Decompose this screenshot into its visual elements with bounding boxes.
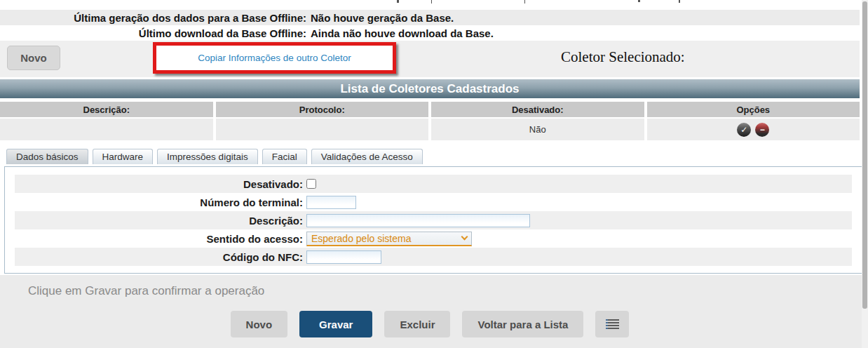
text-fragment xyxy=(638,0,640,2)
column-header-desativado: Desativado: xyxy=(431,102,644,117)
numero-terminal-label: Número do terminal: xyxy=(5,196,303,208)
clipped-text-fragments xyxy=(0,0,868,4)
gravar-button[interactable]: Gravar xyxy=(299,311,372,337)
desativado-checkbox[interactable] xyxy=(306,179,316,189)
form-row-desativado: Desativado: xyxy=(5,175,862,193)
save-hint-text: Clique em Gravar para confirmar a operaç… xyxy=(0,275,868,298)
novo-button[interactable]: Novo xyxy=(231,311,288,337)
numero-terminal-input[interactable] xyxy=(306,196,356,209)
download-value: Ainda não houve download da Base. xyxy=(311,27,494,39)
form-row-numero-terminal: Número do terminal: xyxy=(5,193,862,211)
red-highlight-annotation: Copiar Informações de outro Coletor xyxy=(153,42,396,74)
remove-icon[interactable]: − xyxy=(755,123,769,137)
sentido-acesso-select[interactable]: Esperado pelo sistema xyxy=(306,232,472,246)
row-options: ✓ − xyxy=(737,123,769,137)
novo-button-top[interactable]: Novo xyxy=(7,46,60,70)
descricao-input[interactable] xyxy=(306,214,530,227)
desativado-label: Desativado: xyxy=(5,178,303,190)
chevron-down-icon xyxy=(461,234,468,241)
text-fragment xyxy=(524,0,525,4)
text-fragment xyxy=(397,0,399,3)
cell-descricao xyxy=(0,119,213,140)
status-line-download: Último download da Base Offline: Ainda n… xyxy=(0,25,860,41)
form-row-codigo-nfc: Código do NFC: xyxy=(5,248,862,266)
form-row-descricao: Descrição: xyxy=(5,211,862,229)
column-header-descricao: Descrição: xyxy=(0,102,213,117)
footer-action-bar: Clique em Gravar para confirmar a operaç… xyxy=(0,275,868,348)
table-row: Não ✓ − xyxy=(0,119,860,140)
footer-buttons: Novo Gravar Excluir Voltar para a Lista xyxy=(0,311,868,337)
download-label: Último download da Base Offline: xyxy=(0,27,306,39)
tab-validacoes-acesso[interactable]: Validações de Acesso xyxy=(311,149,423,164)
list-icon xyxy=(606,319,619,329)
copy-collector-info-link[interactable]: Copiar Informações de outro Coletor xyxy=(198,53,351,63)
generation-label: Última geração dos dados para a Base Off… xyxy=(0,12,306,24)
column-header-opcoes: Opções xyxy=(647,102,860,117)
form-tabs: Dados básicos Hardware Impressões digita… xyxy=(6,149,423,164)
collectors-table-header: Descrição: Protocolo: Desativado: Opções xyxy=(0,102,860,117)
column-header-protocolo: Protocolo: xyxy=(216,102,429,117)
sentido-acesso-selected-value: Esperado pelo sistema xyxy=(311,233,462,244)
collectors-list-title: Lista de Coletores Cadastrados xyxy=(0,79,860,98)
excluir-button[interactable]: Excluir xyxy=(384,311,450,337)
codigo-nfc-label: Código do NFC: xyxy=(5,251,303,263)
cell-protocolo xyxy=(216,119,429,140)
text-fragment xyxy=(679,0,680,3)
tab-facial[interactable]: Facial xyxy=(262,149,307,164)
check-icon[interactable]: ✓ xyxy=(737,123,751,137)
coletor-registration-page: Última geração dos dados para a Base Off… xyxy=(0,0,868,348)
dados-basicos-panel: Desativado: Número do terminal: Descriçã… xyxy=(4,166,862,274)
vertical-scrollbar[interactable] xyxy=(862,0,868,348)
tab-impressoes-digitais[interactable]: Impressões digitais xyxy=(157,149,258,164)
scrollbar-thumb[interactable] xyxy=(862,1,867,309)
selected-collector-label: Coletor Selecionado: xyxy=(561,48,685,66)
sentido-acesso-label: Sentido do acesso: xyxy=(5,233,303,245)
descricao-label: Descrição: xyxy=(5,215,303,227)
generation-value: Não houve geração da Base. xyxy=(311,12,454,24)
list-view-button[interactable] xyxy=(595,311,629,337)
voltar-lista-button[interactable]: Voltar para a Lista xyxy=(462,311,583,337)
cell-desativado: Não xyxy=(431,119,644,140)
form-row-sentido-acesso: Sentido do acesso: Esperado pelo sistema xyxy=(5,229,862,248)
toolbar: Novo Copiar Informações de outro Coletor… xyxy=(0,41,860,77)
status-line-generation: Última geração dos dados para a Base Off… xyxy=(0,10,860,25)
tab-hardware[interactable]: Hardware xyxy=(93,149,154,164)
tab-dados-basicos[interactable]: Dados básicos xyxy=(6,149,88,164)
cell-opcoes: ✓ − xyxy=(647,119,860,140)
text-fragment xyxy=(431,0,432,4)
codigo-nfc-input[interactable] xyxy=(306,250,381,264)
